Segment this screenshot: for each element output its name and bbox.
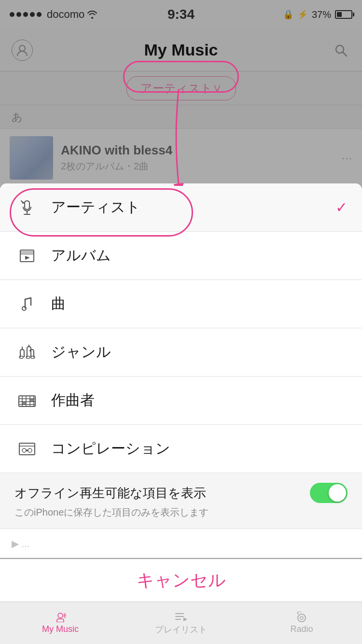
svg-point-38 [300,616,303,619]
svg-line-7 [21,201,23,203]
tab-radio[interactable]: Radio [241,612,362,634]
menu-item-genre[interactable]: ジャンル [0,328,362,377]
tab-playlist-icon [175,611,187,622]
tab-my-music-label: My Music [42,624,79,634]
microphone-icon [14,199,40,216]
menu-content: アーティスト ✓ アルバム [0,183,362,558]
svg-rect-25 [19,443,35,455]
genre-icon [14,344,40,361]
bottom-partial-row: ▶ ... [0,529,362,558]
menu-item-genre-label: ジャンル [51,342,348,362]
compilation-icon [14,440,40,458]
svg-point-37 [298,614,306,622]
modal-sheet: アーティスト ✓ アルバム [0,183,362,558]
menu-item-composer[interactable]: 作曲者 [0,377,362,425]
checkmark-icon: ✓ [335,199,348,216]
menu-item-song-label: 曲 [51,294,348,314]
tab-my-music-icon [54,612,67,622]
svg-point-11 [22,307,26,310]
cancel-button[interactable]: キャンセル [137,569,226,592]
composer-icon [14,392,40,409]
svg-point-27 [22,448,26,452]
partial-row-content: ▶ ... [12,538,29,549]
album-icon [14,247,40,265]
offline-toggle-row: オフライン再生可能な項目を表示 このiPhoneに保存した項目のみを表示します [0,473,362,529]
svg-point-28 [28,448,32,452]
toggle-knob [329,484,346,502]
menu-item-album[interactable]: アルバム [0,232,362,280]
menu-item-album-label: アルバム [51,246,348,266]
tab-playlist-label: プレイリスト [155,624,207,635]
menu-item-composer-label: 作曲者 [51,391,348,410]
svg-line-33 [64,616,66,617]
offline-subtitle-text: このiPhoneに保存した項目のみを表示します [14,506,348,519]
song-icon [14,295,40,313]
tab-bar: My Music プレイリスト Radio [0,602,362,644]
menu-item-compilation-label: コンピレーション [51,439,348,459]
menu-item-artist[interactable]: アーティスト ✓ [0,183,362,232]
tab-radio-label: Radio [290,624,313,634]
svg-rect-23 [22,402,26,405]
tab-my-music[interactable]: My Music [0,612,121,634]
menu-item-song[interactable]: 曲 [0,280,362,328]
menu-item-artist-label: アーティスト [51,197,335,217]
cancel-bar: キャンセル [0,559,362,602]
offline-title-row: オフライン再生可能な項目を表示 [14,483,348,503]
offline-title-text: オフライン再生可能な項目を表示 [14,485,206,502]
svg-rect-24 [30,399,34,402]
svg-line-31 [64,614,66,615]
svg-point-30 [58,613,63,618]
offline-toggle[interactable] [310,483,348,503]
tab-radio-icon [295,612,308,622]
tab-playlist[interactable]: プレイリスト [121,611,241,635]
svg-point-29 [26,449,28,451]
menu-item-compilation[interactable]: コンピレーション [0,425,362,473]
